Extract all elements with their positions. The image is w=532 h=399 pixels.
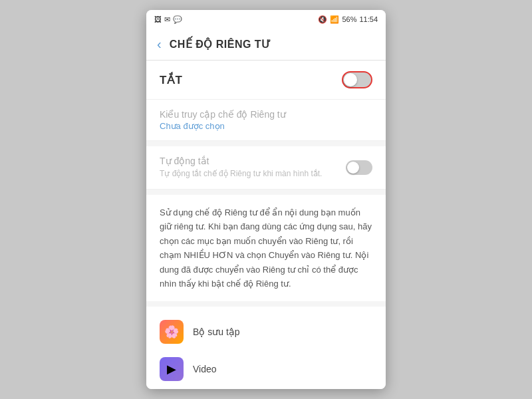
mute-icon: 🔇: [318, 15, 327, 24]
main-toggle-row: TẮT: [146, 61, 386, 100]
auto-off-left: Tự động tắt Tự động tắt chế độ Riêng tư …: [160, 156, 346, 180]
main-toggle-switch[interactable]: [342, 71, 372, 88]
back-button[interactable]: ‹: [157, 37, 162, 52]
auto-off-title: Tự động tắt: [160, 156, 338, 166]
access-type-row[interactable]: Kiểu truy cập chế độ Riêng tư Chưa được …: [146, 100, 386, 141]
auto-off-toggle-switch[interactable]: [346, 160, 372, 175]
main-toggle-section: TẮT Kiểu truy cập chế độ Riêng tư Chưa đ…: [146, 61, 386, 141]
status-right-icons: 🔇 📶 56% 11:54: [318, 15, 378, 24]
access-type-value: Chưa được chọn: [160, 121, 372, 131]
access-type-title: Kiểu truy cập chế độ Riêng tư: [160, 109, 372, 120]
video-app-label: Video: [193, 364, 217, 374]
list-item[interactable]: ▶ Video: [146, 350, 386, 388]
main-toggle-label: TẮT: [160, 73, 182, 87]
list-item[interactable]: 🌸 Bộ sưu tập: [146, 313, 386, 350]
auto-off-row: Tự động tắt Tự động tắt chế độ Riêng tư …: [146, 146, 386, 190]
time-display: 11:54: [359, 15, 378, 23]
signal-icon: 📶: [330, 15, 339, 24]
apps-section: 🌸 Bộ sưu tập ▶ Video ♪ Âm nhạc: [146, 307, 386, 389]
description-text: Sử dụng chế độ Riêng tư để ẩn nội dung b…: [160, 205, 372, 291]
chat-icon: 💬: [173, 15, 182, 24]
page-content: TẮT Kiểu truy cập chế độ Riêng tư Chưa đ…: [146, 61, 386, 389]
gallery-app-label: Bộ sưu tập: [193, 327, 240, 337]
list-item[interactable]: ♪ Âm nhạc: [146, 388, 386, 389]
battery-text: 56%: [342, 15, 356, 23]
message-icon: ✉: [164, 15, 170, 24]
image-icon: 🖼: [154, 15, 162, 23]
page-title: CHẾ ĐỘ RIÊNG TƯ: [170, 38, 271, 51]
phone-frame: 🖼 ✉ 💬 🔇 📶 56% 11:54 ‹ CHẾ ĐỘ RIÊNG TƯ TẮ…: [146, 10, 386, 389]
video-app-icon: ▶: [160, 357, 184, 381]
auto-off-description: Tự động tắt chế độ Riêng tư khi màn hình…: [160, 168, 338, 180]
gallery-app-icon: 🌸: [160, 320, 184, 344]
page-header: ‹ CHẾ ĐỘ RIÊNG TƯ: [146, 29, 386, 61]
auto-off-section: Tự động tắt Tự động tắt chế độ Riêng tư …: [146, 146, 386, 190]
status-left-icons: 🖼 ✉ 💬: [154, 15, 182, 24]
description-section: Sử dụng chế độ Riêng tư để ẩn nội dung b…: [146, 195, 386, 302]
status-bar: 🖼 ✉ 💬 🔇 📶 56% 11:54: [146, 10, 386, 29]
